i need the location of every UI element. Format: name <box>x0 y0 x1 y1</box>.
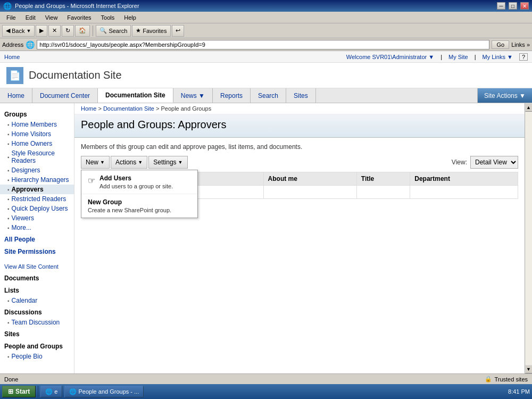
bullet-icon: ▪ <box>7 215 10 221</box>
view-select[interactable]: Detail View <box>470 156 518 169</box>
go-button[interactable]: Go <box>492 40 509 49</box>
favorites-toolbar-button[interactable]: ★ Favorites <box>132 25 170 37</box>
home-button[interactable]: 🏠 <box>75 25 90 37</box>
nav-tab-sites[interactable]: Sites <box>286 88 316 103</box>
nav-tab-document-center[interactable]: Document Center <box>32 88 98 103</box>
address-input[interactable] <box>37 40 489 49</box>
sidebar-item-home-members[interactable]: ▪ Home Members <box>0 120 74 129</box>
main-layout: Groups ▪ Home Members ▪ Home Visitors ▪ … <box>0 103 532 373</box>
help-icon[interactable]: ? <box>519 53 528 61</box>
welcome-user[interactable]: Welcome SVR01\Administrator ▼ <box>346 54 434 60</box>
breadcrumb-doc-site[interactable]: Documentation Site <box>103 105 154 112</box>
welcome-home-link[interactable]: Home <box>4 54 20 60</box>
status-bar: Done 🔒 Trusted sites <box>0 373 532 384</box>
nav-tab-home[interactable]: Home <box>0 88 32 103</box>
actions-button[interactable]: Actions ▼ <box>111 156 147 169</box>
new-dropdown-arrow-icon: ▼ <box>100 160 105 165</box>
sidebar-people-title: People and Groups <box>0 339 74 352</box>
col-about: About me <box>263 172 356 186</box>
links-button[interactable]: Links » <box>511 41 530 48</box>
site-logo: 📄 <box>6 67 23 84</box>
sidebar-item-quick-deploy[interactable]: ▪ Quick Deploy Users <box>0 204 74 213</box>
sidebar-item-calendar[interactable]: ▪ Calendar <box>0 296 74 305</box>
sidebar-site-permissions[interactable]: Site Permissions <box>0 245 74 257</box>
back-button[interactable]: ◀ Back ▼ <box>2 25 35 37</box>
sidebar-item-approvers[interactable]: ▪ Approvers <box>0 185 74 194</box>
site-actions-button[interactable]: Site Actions ▼ <box>477 88 532 103</box>
history-button[interactable]: ↩ <box>172 25 184 37</box>
sidebar-item-more[interactable]: ▪ More... <box>0 223 74 232</box>
trusted-label: Trusted sites <box>494 376 528 383</box>
content-area: Home > Documentation Site > People and G… <box>74 103 525 373</box>
nav-tab-search[interactable]: Search <box>251 88 286 103</box>
star-icon: ★ <box>136 27 141 34</box>
history-icon: ↩ <box>176 27 180 34</box>
sidebar-view-all[interactable]: View All Site Content <box>0 260 74 271</box>
sidebar-item-viewers[interactable]: ▪ Viewers <box>0 213 74 223</box>
welcome-bar: Home Welcome SVR01\Administrator ▼ | My … <box>0 51 532 63</box>
nav-tab-reports[interactable]: Reports <box>213 88 251 103</box>
menu-favorites[interactable]: Favorites <box>63 13 95 22</box>
refresh-button[interactable]: ↻ <box>62 25 74 37</box>
maximize-button[interactable]: □ <box>509 2 517 10</box>
sidebar-item-hierarchy-managers[interactable]: ▪ Hierarchy Managers <box>0 175 74 185</box>
breadcrumb-sep1: > <box>98 105 103 112</box>
settings-dropdown-arrow-icon: ▼ <box>178 160 183 165</box>
status-text: Done <box>4 376 485 383</box>
sidebar-item-style-resource[interactable]: ▪ Style Resource Readers <box>0 148 74 165</box>
windows-icon: ⊞ <box>8 388 13 395</box>
trusted-sites: 🔒 Trusted sites <box>485 376 528 383</box>
sidebar-sites-title: Sites <box>0 327 74 339</box>
breadcrumb: Home > Documentation Site > People and G… <box>74 103 525 114</box>
sidebar: Groups ▪ Home Members ▪ Home Visitors ▪ … <box>0 103 74 373</box>
stop-button[interactable]: ✕ <box>48 25 61 37</box>
nav-tab-documentation-site[interactable]: Documentation Site <box>98 88 173 103</box>
sidebar-item-people-bio[interactable]: ▪ People Bio <box>0 352 74 361</box>
scroll-down-button[interactable]: ▼ <box>525 365 533 373</box>
new-button[interactable]: New ▼ <box>81 156 110 169</box>
sidebar-all-people[interactable]: All People <box>0 232 74 245</box>
new-group-title: New Group <box>88 198 191 206</box>
breadcrumb-home[interactable]: Home <box>81 105 96 112</box>
address-icon: 🌐 <box>26 40 35 49</box>
sidebar-item-team-discussion[interactable]: ▪ Team Discussion <box>0 318 74 327</box>
taskbar-window-button[interactable]: 🌐 People and Groups - ... <box>64 386 144 397</box>
address-label: Address <box>2 41 23 48</box>
bullet-icon: ▪ <box>7 168 10 173</box>
dropdown-new-group[interactable]: New Group Create a new SharePoint group. <box>81 194 197 218</box>
title-bar: 🌐 People and Groups - Microsoft Internet… <box>0 0 532 12</box>
stop-icon: ✕ <box>52 27 57 34</box>
refresh-icon: ↻ <box>65 27 70 34</box>
forward-button[interactable]: ▶ <box>36 25 47 37</box>
site-title: Documentation Site <box>29 69 122 81</box>
main-scrollbar[interactable]: ▲ ▼ <box>525 103 532 373</box>
minimize-button[interactable]: ─ <box>497 2 505 10</box>
sidebar-item-home-visitors[interactable]: ▪ Home Visitors <box>0 129 74 139</box>
settings-button[interactable]: Settings ▼ <box>148 156 187 169</box>
view-label: View: <box>452 159 467 166</box>
my-links-link[interactable]: My Links ▼ <box>483 54 513 60</box>
dropdown-add-users[interactable]: ☞ Add Users Add users to a group or site… <box>81 170 197 194</box>
add-users-title: Add Users <box>99 174 173 182</box>
close-button[interactable]: ✕ <box>520 2 529 10</box>
sidebar-item-designers[interactable]: ▪ Designers <box>0 165 74 175</box>
my-site-link[interactable]: My Site <box>448 54 468 60</box>
menu-tools[interactable]: Tools <box>97 13 119 22</box>
breadcrumb-current: People and Groups <box>161 105 211 112</box>
title-bar-controls[interactable]: ─ □ ✕ <box>497 2 529 10</box>
menu-view[interactable]: View <box>41 13 62 22</box>
scroll-up-button[interactable]: ▲ <box>525 103 533 112</box>
taskbar-ie-button[interactable]: 🌐 e <box>40 386 62 397</box>
page-title-area: People and Groups: Approvers <box>74 114 525 138</box>
menu-file[interactable]: File <box>2 13 20 22</box>
nav-tab-news[interactable]: News ▼ <box>173 88 213 103</box>
sidebar-item-restricted-readers[interactable]: ▪ Restricted Readers <box>0 194 74 204</box>
sidebar-item-home-owners[interactable]: ▪ Home Owners <box>0 139 74 148</box>
search-toolbar-button[interactable]: 🔍 Search <box>96 25 131 37</box>
menu-edit[interactable]: Edit <box>21 13 40 22</box>
home-icon: 🏠 <box>79 27 86 34</box>
list-toolbar: New ▼ ☞ Add Users Add users to a group o… <box>81 156 518 169</box>
bullet-icon: ▪ <box>7 154 10 160</box>
menu-help[interactable]: Help <box>120 13 140 22</box>
start-button[interactable]: ⊞ Start <box>2 386 36 397</box>
